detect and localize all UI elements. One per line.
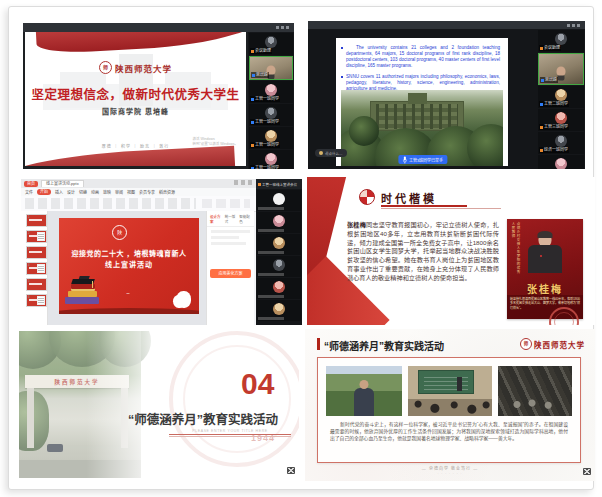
slide-thumbnail[interactable]: 3 <box>26 246 47 259</box>
avatar <box>273 193 285 205</box>
menu-design[interactable]: 设计 <box>67 189 75 195</box>
participant-tile[interactable]: 会议助理 <box>538 30 584 52</box>
participant-tile[interactable]: 工管二班同学 <box>538 86 584 108</box>
slide-footer-motto: — 崇德向学 敬业笃行 — <box>305 465 595 471</box>
window-controls-icon[interactable] <box>276 26 290 29</box>
red-slide-20th-congress[interactable]: 陕 迎接党的二十大 ，培根铸魂育新人 线上宣讲活动 ~ <box>59 218 199 314</box>
slide-teacher-ethics-month: “师德涵养月”教育实践活动 师 陕西师范大学 新时代党的奋斗史上，有这样一位科学… <box>305 329 595 481</box>
slide-role-model: 时代楷模 张桂梅同志坚守教育报国初心，牢记立德树人使命，扎根贫困地区40多年，立… <box>307 177 595 325</box>
presence-icon <box>540 47 543 50</box>
university-seal-icon: 师 <box>520 338 532 350</box>
menu-file[interactable]: 文件 <box>25 189 33 195</box>
emoji-icon <box>319 151 323 155</box>
avatar <box>273 281 285 293</box>
slide-title: “师德涵养月”教育实践活动 <box>324 338 444 353</box>
participant-tile[interactable] <box>257 234 301 255</box>
menu-member[interactable]: 会员专享 <box>139 189 155 195</box>
photo-fade-overlay <box>19 331 169 478</box>
meeting-sidebar: 工管一班线上宣讲会议 <box>256 179 302 325</box>
participant-tile[interactable]: 工管一班同学 <box>249 81 293 103</box>
content-card: 新时代党的奋斗史上，有这样一位科学家，被习近平总书记誉为“心有大我、至诚报国”的… <box>317 357 581 463</box>
window-controls-icon[interactable] <box>234 180 254 185</box>
slide-thumbnail[interactable]: 1 <box>26 214 47 227</box>
participant-tile[interactable]: 工管三班同学 <box>538 109 584 131</box>
apply-beautify-button[interactable]: 应用美化方案 <box>210 269 251 278</box>
audience <box>408 399 492 416</box>
slide-thumbnail[interactable]: 5 <box>26 278 47 291</box>
participant-tile[interactable]: 工管一班同学 <box>249 127 293 149</box>
participant-name: 思培峰 <box>251 72 269 78</box>
participant-tile-speaking[interactable]: 思培峰 <box>538 53 584 85</box>
participant-name: 工管一班同学 <box>250 142 280 148</box>
participant-strip: 会议助理 思培峰 工管一班同学 工管一班同学 工管一班同学 工管一班同学 <box>248 32 294 169</box>
avatar <box>555 112 567 124</box>
participant-tile[interactable] <box>257 278 301 299</box>
menu-slideshow[interactable]: 放映 <box>103 189 111 195</box>
pane-tab-color[interactable]: 智能配色 <box>239 214 251 224</box>
portrait-body <box>528 245 562 273</box>
avatar <box>555 89 567 101</box>
windows-watermark: 激活 Windows 转到“设置”以激活 Windows。 <box>192 137 238 146</box>
chat-bubble[interactable]: 说点什么… <box>315 149 347 157</box>
avatar <box>265 84 277 96</box>
avatar <box>265 130 277 142</box>
menu-transition[interactable]: 切换 <box>79 189 87 195</box>
university-logo: 师 陕西师范大学 <box>25 61 246 74</box>
participant-name: 经济一班同学 <box>539 147 569 153</box>
shared-slide-university-intro: The university contains 21 colleges and … <box>336 38 508 166</box>
wps-document-tab[interactable]: 线上宣讲活动.pptx <box>41 180 84 187</box>
presence-icon <box>540 149 543 152</box>
menu-docer[interactable]: 稻壳资源 <box>159 189 175 195</box>
participant-tile[interactable]: 工管一班同学 <box>249 150 293 169</box>
placeholder-box-icon <box>583 468 591 475</box>
bullet-icon <box>341 76 343 78</box>
pane-tab-layout[interactable]: 统一版式 <box>225 214 237 224</box>
menu-animation[interactable]: 动画 <box>91 189 99 195</box>
participant-tile[interactable] <box>257 212 301 233</box>
participant-name <box>258 273 284 276</box>
participant-name: 工管一班同学 <box>250 96 280 102</box>
slide-thumbnail[interactable]: 2 <box>26 230 47 243</box>
wps-screenshare-window: 首页 线上宣讲活动.pptx 文件 开始 插入 设计 切换 动画 放映 审阅 视… <box>21 179 302 325</box>
squiggle-decoration: ~ <box>126 290 130 296</box>
book-illustration <box>65 297 99 304</box>
participant-tile[interactable]: 会议助理 <box>249 33 293 55</box>
slide-section-04: 陕西师范大学 1944 04 “师德涵养月”教育实践活动 PLEASE ENTE… <box>19 331 299 478</box>
avatar <box>273 303 285 315</box>
slide-thumbnail-rail: 1 2 3 4 5 6 <box>21 211 48 325</box>
menu-home[interactable]: 开始 <box>37 189 51 195</box>
menu-view[interactable]: 视图 <box>127 189 135 195</box>
avatar <box>273 215 285 227</box>
participant-tile[interactable] <box>257 190 301 211</box>
section-subtitle: PLEASE ENTER YOUR TITLE HERE <box>169 429 291 435</box>
participant-tile[interactable]: 工管一班同学 <box>249 104 293 126</box>
presence-icon <box>251 144 254 147</box>
window-controls-icon[interactable] <box>567 24 581 27</box>
shared-slide-ideals: 师 陕西师范大学 坚定理想信念，做新时代优秀大学生 国际商学院 思培峰 厚德 ｜… <box>25 32 246 166</box>
participant-tile[interactable] <box>257 300 301 321</box>
participant-tile[interactable]: 工管一班同学 <box>538 155 584 169</box>
pagination-dots: · · · · · · · <box>305 472 595 476</box>
section-number: 04 <box>241 367 274 401</box>
participant-tile-speaking[interactable]: 思培峰 <box>249 56 293 80</box>
menu-review[interactable]: 审阅 <box>115 189 123 195</box>
wps-ribbon[interactable] <box>21 196 256 212</box>
slide-thumbnail[interactable]: 6 <box>26 294 47 307</box>
rec-icon <box>258 183 261 186</box>
participant-tile[interactable]: 经济一班同学 <box>538 132 584 154</box>
tree <box>349 116 379 146</box>
slide-thumbnail[interactable]: 4 <box>26 262 47 275</box>
participant-tile[interactable] <box>257 256 301 277</box>
lecturer-figure <box>457 377 462 391</box>
pane-tab-design[interactable]: 设计方案 <box>210 214 222 224</box>
title-accent-bar <box>317 338 320 350</box>
university-name: 陕西师范大学 <box>534 339 585 350</box>
presence-icon <box>251 98 254 101</box>
wps-home-tab[interactable]: 首页 <box>24 181 38 187</box>
university-seal-icon: 师 <box>99 61 112 74</box>
biography-text: 张桂梅同志坚守教育报国初心，牢记立德树人使命，扎根贫困地区40多年，立志用教育扶… <box>347 221 499 283</box>
wps-titlebar: 首页 线上宣讲活动.pptx <box>21 179 256 188</box>
raise-hand-toast[interactable]: 工管3班同学已举手 <box>398 155 447 164</box>
avatar <box>555 135 567 147</box>
menu-insert[interactable]: 插入 <box>55 189 63 195</box>
